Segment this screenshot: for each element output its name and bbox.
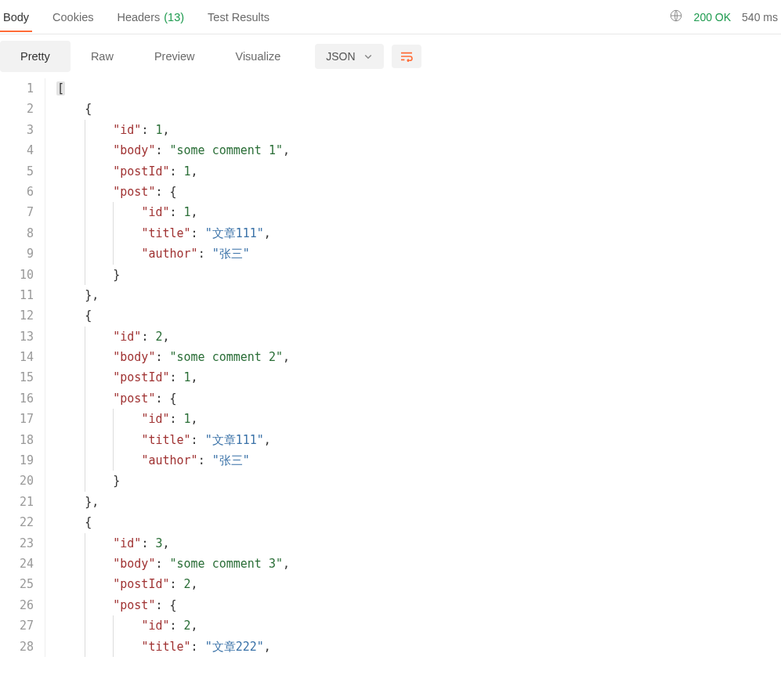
ln: 23 bbox=[0, 533, 34, 554]
tab-cookies[interactable]: Cookies bbox=[49, 3, 96, 31]
chevron-down-icon bbox=[363, 52, 373, 61]
ln: 22 bbox=[0, 512, 34, 532]
ln: 1 bbox=[0, 78, 34, 99]
ln: 18 bbox=[0, 430, 34, 450]
ln: 5 bbox=[0, 161, 34, 182]
tab-test-results[interactable]: Test Results bbox=[204, 3, 273, 31]
ln: 16 bbox=[0, 388, 34, 409]
ln: 26 bbox=[0, 595, 34, 615]
response-time: 540 ms bbox=[742, 11, 778, 23]
ln: 28 bbox=[0, 637, 34, 657]
ln: 24 bbox=[0, 554, 34, 574]
network-icon[interactable] bbox=[669, 9, 683, 25]
ln: 3 bbox=[0, 120, 34, 140]
subtab-preview[interactable]: Preview bbox=[134, 41, 215, 72]
ln: 14 bbox=[0, 347, 34, 367]
ln: 9 bbox=[0, 244, 34, 264]
ln: 4 bbox=[0, 140, 34, 161]
format-select[interactable]: JSON bbox=[315, 44, 383, 69]
line-gutter: 1 2 3 4 5 6 7 8 9 10 11 12 13 14 15 16 1… bbox=[0, 78, 45, 657]
status-code: 200 OK bbox=[694, 11, 731, 23]
tab-body[interactable]: Body bbox=[0, 3, 32, 31]
ln: 7 bbox=[0, 202, 34, 222]
ln: 6 bbox=[0, 182, 34, 202]
subtab-pretty[interactable]: Pretty bbox=[0, 41, 71, 72]
body-view-tabs: Pretty Raw Preview Visualize JSON bbox=[0, 34, 781, 78]
code-content[interactable]: [ { "id": 1, "body": "some comment 1", "… bbox=[45, 78, 290, 657]
ln: 25 bbox=[0, 574, 34, 594]
ln: 19 bbox=[0, 450, 34, 471]
ln: 27 bbox=[0, 615, 34, 636]
tab-headers[interactable]: Headers (13) bbox=[114, 3, 187, 31]
ln: 2 bbox=[0, 99, 34, 119]
ln: 15 bbox=[0, 367, 34, 388]
wrap-lines-button[interactable] bbox=[392, 45, 421, 68]
ln: 13 bbox=[0, 327, 34, 347]
subtab-raw[interactable]: Raw bbox=[71, 41, 134, 72]
tab-headers-label: Headers bbox=[117, 11, 160, 23]
ln: 17 bbox=[0, 409, 34, 429]
ln: 20 bbox=[0, 471, 34, 491]
tab-headers-count: (13) bbox=[164, 11, 184, 23]
response-tabs: Body Cookies Headers (13) Test Results 2… bbox=[0, 0, 781, 34]
ln: 21 bbox=[0, 492, 34, 512]
response-body[interactable]: 1 2 3 4 5 6 7 8 9 10 11 12 13 14 15 16 1… bbox=[0, 78, 781, 657]
wrap-icon bbox=[400, 51, 414, 62]
ln: 8 bbox=[0, 223, 34, 244]
subtab-visualize[interactable]: Visualize bbox=[215, 41, 301, 72]
ln: 10 bbox=[0, 265, 34, 285]
ln: 11 bbox=[0, 285, 34, 305]
ln: 12 bbox=[0, 305, 34, 326]
format-select-label: JSON bbox=[326, 50, 355, 63]
